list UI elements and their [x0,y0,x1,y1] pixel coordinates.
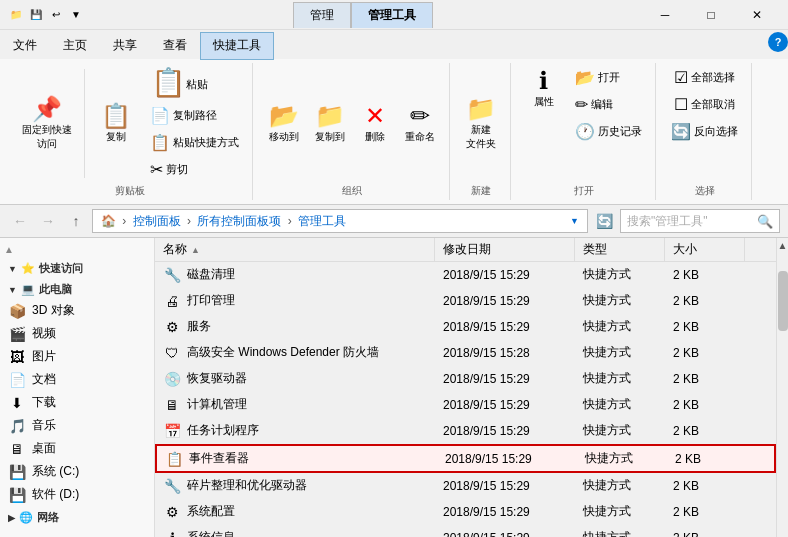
paste-button[interactable]: 📋 粘贴 [145,65,244,101]
properties-button[interactable]: ℹ 属性 [521,65,566,144]
file-size: 2 KB [665,503,745,521]
scroll-up-button[interactable]: ▲ [778,240,788,251]
maximize-button[interactable]: □ [688,0,734,30]
table-row[interactable]: 🛡 高级安全 Windows Defender 防火墙 2018/9/15 15… [155,340,776,366]
table-row[interactable]: 🔧 磁盘清理 2018/9/15 15:29 快捷方式 2 KB [155,262,776,288]
sidebar-section-thispc[interactable]: ▼ 💻 此电脑 [0,278,154,299]
move-icon: 📂 [269,104,299,128]
copy-button[interactable]: 📋 复制 [91,100,141,148]
help-icon[interactable]: ? [768,32,788,52]
sidebar-item-downloads[interactable]: ⬇ 下载 [0,391,154,414]
file-icon: ℹ [163,530,181,538]
sidebar-item-documents[interactable]: 📄 文档 [0,368,154,391]
sidebar-item-softd[interactable]: 💾 软件 (D:) [0,483,154,506]
col-header-date[interactable]: 修改日期 [435,238,575,261]
scroll-up-arrow[interactable]: ▲ [4,244,14,255]
organize-label: 组织 [342,182,362,198]
tab-manage[interactable]: 管理 [293,2,351,28]
minimize-button[interactable]: ─ [642,0,688,30]
search-box[interactable]: 搜索"管理工具" 🔍 [620,209,780,233]
invert-selection-button[interactable]: 🔄 反向选择 [666,119,743,144]
sidebar-section-quickaccess[interactable]: ▼ ⭐ 快速访问 [0,257,154,278]
file-date: 2018/9/15 15:29 [435,396,575,414]
forward-button[interactable]: → [36,209,60,233]
sidebar: ▲ ▼ ⭐ 快速访问 ▼ 💻 此电脑 📦 3D 对象 🎬 视频 🖼 图片 📄 文… [0,238,155,537]
table-row[interactable]: 📅 任务计划程序 2018/9/15 15:29 快捷方式 2 KB [155,418,776,444]
pin-icon: 📌 [32,97,62,121]
paste-shortcut-button[interactable]: 📋 粘贴快捷方式 [145,130,244,155]
tab-file[interactable]: 文件 [0,32,50,59]
sidebar-item-pictures[interactable]: 🖼 图片 [0,345,154,368]
3d-label: 3D 对象 [32,302,75,319]
pictures-label: 图片 [32,348,56,365]
address-dropdown-icon[interactable]: ▼ [570,216,579,226]
select-all-icon: ☑ [674,68,688,87]
dropdown-arrow-icon[interactable]: ▼ [68,7,84,23]
edit-button[interactable]: ✏ 编辑 [570,92,647,117]
select-label: 选择 [695,182,715,198]
scroll-thumb[interactable] [778,271,788,331]
table-row[interactable]: ℹ 系统信息 2018/9/15 15:29 快捷方式 2 KB [155,525,776,537]
music-label: 音乐 [32,417,56,434]
table-row[interactable]: 🖥 计算机管理 2018/9/15 15:29 快捷方式 2 KB [155,392,776,418]
paste-label: 粘贴 [186,77,208,92]
new-folder-button[interactable]: 📁 新建文件夹 [460,93,502,155]
paste-col: 📋 复制 [91,100,141,148]
file-date: 2018/9/15 15:29 [435,529,575,538]
sidebar-item-music[interactable]: 🎵 音乐 [0,414,154,437]
col-header-name[interactable]: 名称 ▲ [155,238,435,261]
pin-to-quickaccess-button[interactable]: 📌 固定到快速访问 [16,93,78,155]
systemc-label: 系统 (C:) [32,463,79,480]
close-button[interactable]: ✕ [734,0,780,30]
table-row[interactable]: 💿 恢复驱动器 2018/9/15 15:29 快捷方式 2 KB [155,366,776,392]
refresh-button[interactable]: 🔄 [592,209,616,233]
tab-share[interactable]: 共享 [100,32,150,59]
rename-label: 重命名 [405,130,435,144]
rename-button[interactable]: ✏ 重命名 [399,100,441,148]
tab-manage-tools[interactable]: 管理工具 [351,2,433,28]
deselect-all-button[interactable]: ☐ 全部取消 [669,92,740,117]
search-icon[interactable]: 🔍 [757,214,773,229]
back-button[interactable]: ← [8,209,32,233]
file-list-header: 名称 ▲ 修改日期 类型 大小 [155,238,776,262]
col-header-type[interactable]: 类型 [575,238,665,261]
file-size: 2 KB [665,370,745,388]
file-date: 2018/9/15 15:29 [435,477,575,495]
up-button[interactable]: ↑ [64,209,88,233]
ribbon-group-open: ℹ 属性 📂 打开 ✏ 编辑 🕐 [513,63,656,200]
sidebar-item-desktop[interactable]: 🖥 桌面 [0,437,154,460]
file-date: 2018/9/15 15:29 [435,292,575,310]
quickaccess-label: 快速访问 [39,261,83,276]
undo-icon[interactable]: ↩ [48,7,64,23]
open-button[interactable]: 📂 打开 [570,65,647,90]
table-row[interactable]: 🖨 打印管理 2018/9/15 15:29 快捷方式 2 KB [155,288,776,314]
tab-home[interactable]: 主页 [50,32,100,59]
copy-path-button[interactable]: 📄 复制路径 [145,103,244,128]
sidebar-item-systemc[interactable]: 💾 系统 (C:) [0,460,154,483]
network-icon: 🌐 [19,511,33,524]
tab-shortcut-tools[interactable]: 快捷工具 [200,32,274,60]
delete-button[interactable]: ✕ 删除 [355,100,395,148]
tab-view[interactable]: 查看 [150,32,200,59]
sidebar-item-video[interactable]: 🎬 视频 [0,322,154,345]
select-all-button[interactable]: ☑ 全部选择 [669,65,740,90]
file-icon: 🛡 [163,345,181,361]
cut-button[interactable]: ✂ 剪切 [145,157,244,182]
address-path[interactable]: 🏠 › 控制面板 › 所有控制面板项 › 管理工具 ▼ [92,209,588,233]
scrollbar-vertical[interactable]: ▲ ▼ [776,238,788,537]
history-button[interactable]: 🕐 历史记录 [570,119,647,144]
table-row[interactable]: ⚙ 系统配置 2018/9/15 15:29 快捷方式 2 KB [155,499,776,525]
save-icon[interactable]: 💾 [28,7,44,23]
properties-icon: ℹ [539,69,548,93]
col-size-label: 大小 [673,241,697,258]
table-row[interactable]: ⚙ 服务 2018/9/15 15:29 快捷方式 2 KB [155,314,776,340]
sidebar-item-3d[interactable]: 📦 3D 对象 [0,299,154,322]
sidebar-section-network[interactable]: ▶ 🌐 网络 [0,506,154,527]
col-header-size[interactable]: 大小 [665,238,745,261]
move-to-button[interactable]: 📂 移动到 [263,100,305,148]
table-row[interactable]: 🔧 碎片整理和优化驱动器 2018/9/15 15:29 快捷方式 2 KB [155,473,776,499]
open-icon: 📂 [575,68,595,87]
col-type-label: 类型 [583,241,607,258]
copy-to-button[interactable]: 📁 复制到 [309,100,351,148]
table-row[interactable]: 📋 事件查看器 2018/9/15 15:29 快捷方式 2 KB [155,444,776,473]
